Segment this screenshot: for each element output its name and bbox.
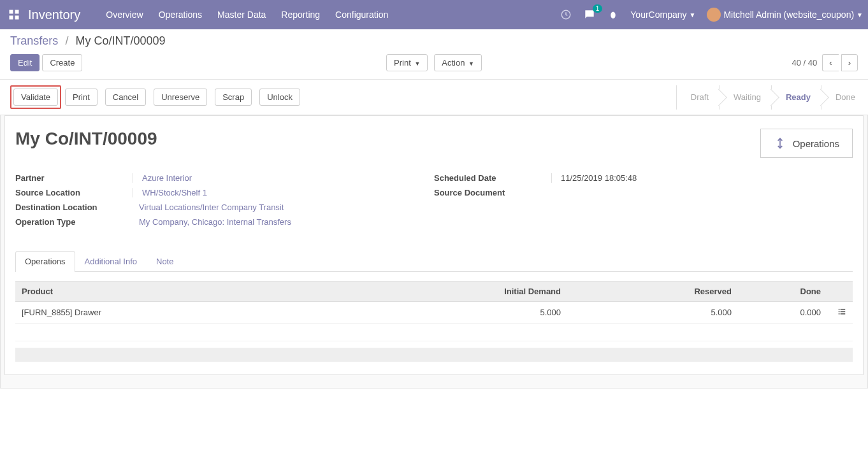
company-name: YourCompany [630, 10, 686, 20]
svg-rect-7 [841, 309, 846, 310]
stage-draft[interactable]: Draft [676, 85, 719, 110]
sheet-background: My Co/INT/00009 Operations Partner Azure… [0, 115, 868, 388]
svg-rect-2 [10, 16, 13, 20]
cell-product: [FURN_8855] Drawer [15, 302, 331, 324]
validate-highlight: Validate [10, 85, 61, 109]
dest-loc-value[interactable]: Virtual Locations/Inter Company Transit [130, 203, 284, 212]
table-footer-bar [15, 348, 853, 362]
fields-grid: Partner Azure Interior Source Location W… [15, 173, 853, 232]
company-switcher[interactable]: YourCompany ▼ [630, 10, 695, 20]
tab-operations[interactable]: Operations [15, 251, 75, 272]
nav-overview[interactable]: Overview [106, 10, 143, 20]
svg-rect-11 [841, 313, 846, 315]
nav-master-data[interactable]: Master Data [217, 10, 266, 20]
field-destination-location: Destination Location Virtual Locations/I… [15, 203, 434, 212]
avatar [707, 8, 721, 22]
nav-configuration[interactable]: Configuration [335, 10, 388, 20]
operations-stat-button[interactable]: Operations [760, 129, 853, 158]
unreserve-button[interactable]: Unreserve [154, 89, 207, 106]
form-sheet: My Co/INT/00009 Operations Partner Azure… [4, 115, 864, 375]
controls-bar: Transfers / My Co/INT/00009 Edit Create … [0, 29, 868, 79]
svg-rect-0 [10, 10, 13, 14]
op-type-value[interactable]: My Company, Chicago: Internal Transfers [130, 217, 291, 227]
srcdoc-label: Source Document [434, 188, 549, 197]
status-bar: Validate Print Cancel Unreserve Scrap Un… [0, 79, 868, 115]
status-buttons: Print Cancel Unreserve Scrap Unlock [65, 89, 300, 106]
top-nav: Inventory Overview Operations Master Dat… [0, 0, 868, 29]
cell-detail[interactable] [827, 302, 853, 324]
cell-done: 0.000 [738, 302, 827, 324]
svg-rect-1 [15, 10, 19, 14]
app-name[interactable]: Inventory [28, 8, 80, 22]
pager-next[interactable]: › [841, 54, 858, 71]
pager-prev[interactable]: ‹ [822, 54, 838, 71]
print-dropdown[interactable]: Print ▼ [386, 54, 428, 71]
th-initial[interactable]: Initial Demand [331, 281, 567, 302]
transfer-arrows-icon [774, 137, 786, 150]
partner-value[interactable]: Azure Interior [133, 173, 192, 183]
sheet-header: My Co/INT/00009 Operations [15, 129, 853, 158]
operations-btn-label: Operations [793, 138, 839, 149]
action-dropdown[interactable]: Action ▼ [434, 54, 482, 71]
op-type-label: Operation Type [15, 217, 130, 227]
source-loc-label: Source Location [15, 188, 130, 197]
print-button[interactable]: Print [65, 89, 98, 106]
table-row[interactable]: [FURN_8855] Drawer 5.000 5.000 0.000 [15, 302, 853, 324]
fields-col-right: Scheduled Date 11/25/2019 18:05:48 Sourc… [434, 173, 853, 232]
table-spacer [15, 324, 853, 341]
dest-loc-label: Destination Location [15, 203, 130, 212]
th-done[interactable]: Done [738, 281, 827, 302]
th-reserved[interactable]: Reserved [567, 281, 738, 302]
user-menu[interactable]: Mitchell Admin (website_coupon) ▼ [707, 8, 863, 22]
cell-reserved: 5.000 [567, 302, 738, 324]
operations-table: Product Initial Demand Reserved Done [FU… [15, 281, 853, 341]
svg-rect-8 [839, 311, 840, 312]
svg-rect-6 [839, 309, 840, 310]
field-source-document: Source Document [434, 188, 853, 197]
field-partner: Partner Azure Interior [15, 173, 434, 183]
apps-icon[interactable] [5, 6, 23, 24]
validate-button[interactable]: Validate [13, 89, 58, 106]
nav-operations[interactable]: Operations [159, 10, 202, 20]
controls-row: Edit Create Print ▼ Action ▼ 40 / 40 ‹ › [10, 54, 858, 71]
edit-button[interactable]: Edit [10, 54, 40, 71]
debug-icon[interactable] [607, 9, 619, 20]
th-product[interactable]: Product [15, 281, 331, 302]
breadcrumb-sep: / [65, 34, 68, 47]
unlock-button[interactable]: Unlock [259, 89, 300, 106]
breadcrumb-current: My Co/INT/00009 [75, 34, 165, 47]
pager: 40 / 40 ‹ › [792, 54, 858, 71]
tab-note[interactable]: Note [147, 251, 183, 271]
activity-icon[interactable] [560, 9, 572, 20]
detail-list-icon[interactable] [837, 307, 846, 318]
pager-buttons: ‹ › [822, 54, 858, 71]
th-actions [827, 281, 853, 302]
breadcrumb-root[interactable]: Transfers [10, 34, 58, 47]
record-title: My Co/INT/00009 [15, 129, 157, 149]
tab-additional-info[interactable]: Additional Info [75, 251, 147, 271]
scrap-button[interactable]: Scrap [215, 89, 252, 106]
messaging-icon[interactable]: 1 [583, 8, 596, 21]
nav-reporting[interactable]: Reporting [281, 10, 320, 20]
chat-count-badge: 1 [593, 4, 603, 13]
svg-point-5 [611, 12, 616, 19]
cell-initial: 5.000 [331, 302, 567, 324]
partner-label: Partner [15, 173, 130, 183]
fields-col-left: Partner Azure Interior Source Location W… [15, 173, 434, 232]
sched-value: 11/25/2019 18:05:48 [551, 173, 637, 183]
svg-rect-3 [15, 16, 19, 20]
nav-right: 1 YourCompany ▼ Mitchell Admin (website_… [560, 8, 863, 22]
nav-menu: Overview Operations Master Data Reportin… [106, 10, 388, 20]
create-button[interactable]: Create [42, 54, 82, 71]
sched-label: Scheduled Date [434, 173, 549, 183]
pager-text: 40 / 40 [792, 58, 818, 68]
caret-down-icon: ▼ [414, 61, 420, 67]
user-name: Mitchell Admin (website_coupon) [723, 10, 854, 20]
field-scheduled-date: Scheduled Date 11/25/2019 18:05:48 [434, 173, 853, 183]
breadcrumb: Transfers / My Co/INT/00009 [10, 34, 858, 48]
center-buttons: Print ▼ Action ▼ [386, 54, 482, 71]
cancel-button[interactable]: Cancel [105, 89, 146, 106]
source-loc-value[interactable]: WH/Stock/Shelf 1 [133, 188, 207, 197]
svg-rect-9 [841, 311, 846, 312]
caret-down-icon: ▼ [468, 61, 474, 67]
